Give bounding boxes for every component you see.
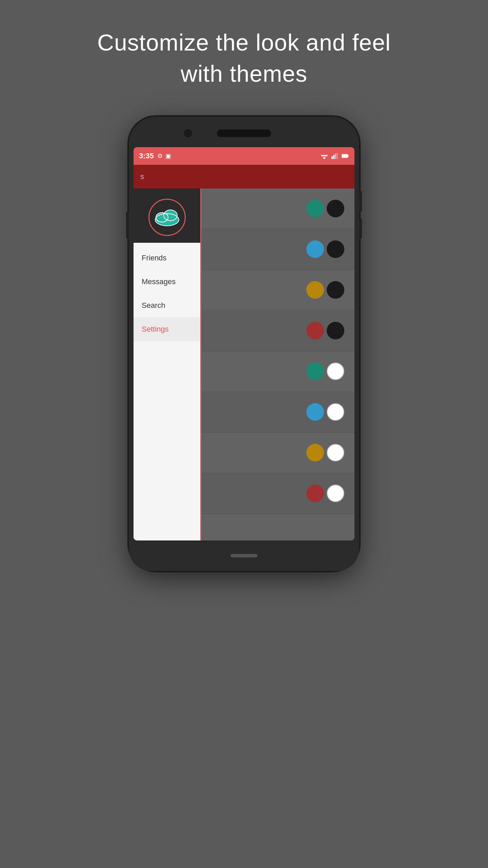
theme-row[interactable]: [201, 270, 354, 311]
phone-bottom-bar: [129, 540, 359, 571]
sidebar: Friends Messages Search Settings: [134, 189, 201, 540]
volume-down-button: [359, 218, 362, 239]
signal-icon: [331, 153, 338, 159]
battery-icon: [342, 154, 349, 158]
svg-rect-5: [333, 155, 334, 159]
status-time: 3:35: [139, 152, 154, 160]
status-icons-right: [321, 153, 349, 159]
secondary-color-dot: [327, 200, 344, 217]
avatar: [148, 199, 186, 236]
theme-row[interactable]: [201, 351, 354, 392]
status-bar: 3:35 ⚙ ▣: [134, 147, 354, 165]
avatar-area: [134, 189, 200, 243]
sidebar-item-settings[interactable]: Settings: [134, 317, 200, 341]
sd-card-icon: ▣: [165, 152, 171, 160]
svg-rect-4: [331, 156, 333, 159]
home-indicator: [230, 554, 258, 557]
status-icons-left: ⚙ ▣: [157, 152, 171, 160]
volume-up-button: [359, 191, 362, 212]
app-titlebar: s: [134, 165, 354, 189]
primary-color-dot: [306, 200, 324, 217]
theme-row[interactable]: [201, 433, 354, 473]
sidebar-item-search[interactable]: Search: [134, 294, 200, 317]
title-line1: Customize the look and feel: [97, 29, 391, 55]
primary-color-dot: [306, 362, 324, 380]
svg-rect-6: [335, 154, 336, 159]
phone-mockup: 3:35 ⚙ ▣: [129, 117, 359, 571]
power-button: [126, 212, 129, 239]
sidebar-item-friends[interactable]: Friends: [134, 246, 200, 270]
secondary-color-dot: [327, 240, 344, 258]
secondary-color-dot: [327, 485, 344, 502]
secondary-color-dot: [327, 322, 344, 339]
title-line2: with themes: [181, 61, 307, 86]
app-titlebar-text: s: [140, 172, 144, 181]
themes-panel: [201, 189, 354, 540]
sidebar-nav: Friends Messages Search Settings: [134, 243, 200, 540]
front-camera: [183, 128, 193, 138]
app-logo-icon: [154, 208, 181, 226]
primary-color-dot: [306, 403, 324, 421]
theme-row[interactable]: [201, 189, 354, 229]
phone-frame: 3:35 ⚙ ▣: [129, 117, 359, 571]
theme-row[interactable]: [201, 392, 354, 433]
theme-row[interactable]: [201, 311, 354, 351]
earpiece: [217, 130, 271, 137]
secondary-color-dot: [327, 281, 344, 299]
svg-rect-9: [342, 155, 347, 157]
page-title: Customize the look and feel with themes: [97, 27, 391, 90]
primary-color-dot: [306, 444, 324, 461]
wifi-icon: [321, 153, 328, 159]
sidebar-item-messages[interactable]: Messages: [134, 270, 200, 294]
phone-screen: 3:35 ⚙ ▣: [134, 147, 354, 540]
svg-rect-10: [348, 155, 349, 157]
primary-color-dot: [306, 322, 324, 339]
primary-color-dot: [306, 485, 324, 502]
secondary-color-dot: [327, 403, 344, 421]
theme-row[interactable]: [201, 229, 354, 270]
primary-color-dot: [306, 281, 324, 299]
app-content: Friends Messages Search Settings: [134, 189, 354, 540]
gear-icon: ⚙: [157, 152, 163, 160]
theme-row[interactable]: [201, 473, 354, 514]
secondary-color-dot: [327, 362, 344, 380]
secondary-color-dot: [327, 444, 344, 461]
svg-rect-7: [337, 153, 338, 159]
primary-color-dot: [306, 240, 324, 258]
